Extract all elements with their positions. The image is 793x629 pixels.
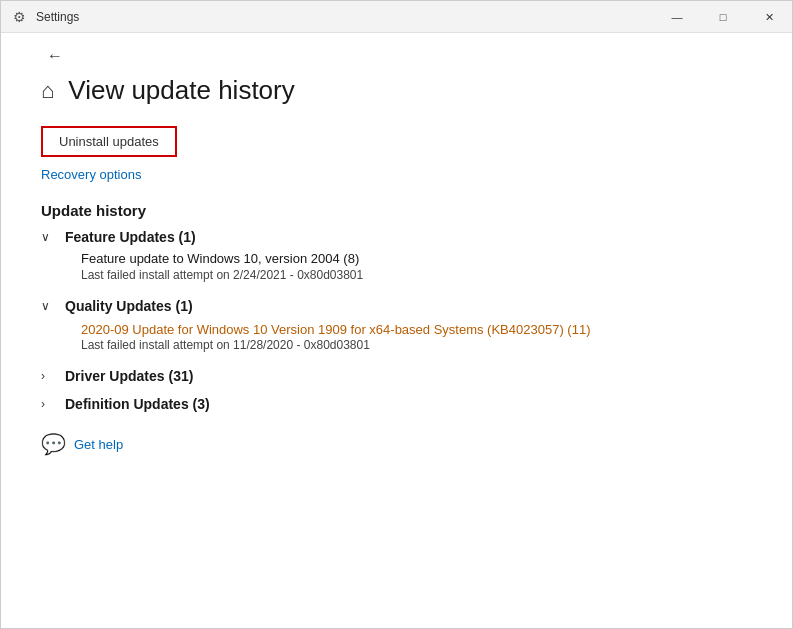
- quality-update-detail: Last failed install attempt on 11/28/202…: [81, 338, 752, 352]
- content-area: ← ⌂ View update history Uninstall update…: [1, 33, 792, 628]
- title-bar-title: Settings: [36, 10, 79, 24]
- back-button[interactable]: ←: [41, 45, 69, 67]
- settings-window: ⚙ Settings — □ ✕ ← ⌂ View update history…: [0, 0, 793, 629]
- quality-updates-header[interactable]: ∨ Quality Updates (1): [41, 298, 752, 314]
- definition-updates-group[interactable]: › Definition Updates (3): [41, 396, 752, 412]
- update-item-detail: Last failed install attempt on 2/24/2021…: [81, 268, 752, 282]
- feature-updates-items: Feature update to Windows 10, version 20…: [41, 251, 752, 282]
- top-nav: ←: [41, 33, 752, 67]
- driver-updates-group[interactable]: › Driver Updates (31): [41, 368, 752, 384]
- home-icon: ⌂: [41, 78, 54, 104]
- quality-updates-items: 2020-09 Update for Windows 10 Version 19…: [41, 320, 752, 352]
- close-button[interactable]: ✕: [746, 1, 792, 33]
- help-icon: 💬: [41, 432, 66, 456]
- list-item: 2020-09 Update for Windows 10 Version 19…: [81, 320, 752, 352]
- get-help-section: 💬 Get help: [41, 432, 752, 456]
- window-controls: — □ ✕: [654, 1, 792, 32]
- title-bar: ⚙ Settings — □ ✕: [1, 1, 792, 33]
- definition-updates-title: Definition Updates (3): [65, 396, 210, 412]
- feature-updates-header[interactable]: ∨ Feature Updates (1): [41, 229, 752, 245]
- list-item: Feature update to Windows 10, version 20…: [81, 251, 752, 282]
- title-bar-left: ⚙ Settings: [13, 9, 79, 25]
- chevron-down-icon-2: ∨: [41, 299, 57, 313]
- minimize-button[interactable]: —: [654, 1, 700, 33]
- recovery-options-link[interactable]: Recovery options: [41, 167, 752, 182]
- quality-updates-group: ∨ Quality Updates (1) 2020-09 Update for…: [41, 298, 752, 352]
- driver-updates-title: Driver Updates (31): [65, 368, 193, 384]
- main-content: ← ⌂ View update history Uninstall update…: [1, 33, 792, 628]
- chevron-right-icon-2: ›: [41, 397, 57, 411]
- uninstall-updates-button[interactable]: Uninstall updates: [41, 126, 177, 157]
- update-item-title: Feature update to Windows 10, version 20…: [81, 251, 752, 266]
- get-help-link[interactable]: Get help: [74, 437, 123, 452]
- chevron-down-icon: ∨: [41, 230, 57, 244]
- section-title: Update history: [41, 202, 752, 219]
- chevron-right-icon: ›: [41, 369, 57, 383]
- feature-updates-title: Feature Updates (1): [65, 229, 196, 245]
- quality-update-link[interactable]: 2020-09 Update for Windows 10 Version 19…: [81, 322, 590, 337]
- page-header: ⌂ View update history: [41, 75, 752, 106]
- settings-icon: ⚙: [13, 9, 26, 25]
- maximize-button[interactable]: □: [700, 1, 746, 33]
- quality-updates-title: Quality Updates (1): [65, 298, 193, 314]
- page-title: View update history: [68, 75, 294, 106]
- feature-updates-group: ∨ Feature Updates (1) Feature update to …: [41, 229, 752, 282]
